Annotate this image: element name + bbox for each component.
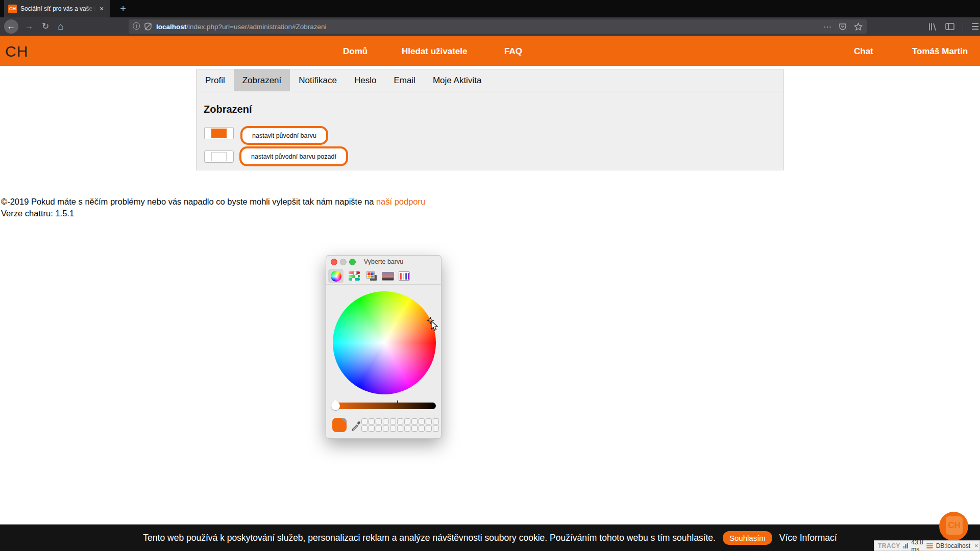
swatch-cell[interactable] (433, 425, 439, 432)
color-swatch-primary (211, 129, 227, 138)
settings-tabs: ProfilZobrazeníNotifikaceHesloEmailMoje … (197, 69, 783, 91)
reset-color-button[interactable]: nastavit původní barvu (240, 126, 328, 145)
color-input-background[interactable] (204, 151, 234, 163)
site-logo[interactable]: CH (5, 43, 28, 60)
swatch-cell[interactable] (404, 425, 410, 432)
nav-item-domu[interactable]: Domů (343, 46, 368, 57)
tab-email[interactable]: Email (385, 69, 424, 91)
tab-heslo[interactable]: Heslo (346, 69, 385, 91)
color-palettes-icon (366, 271, 377, 281)
swatch-cell[interactable] (397, 425, 403, 432)
swatch-cell[interactable] (433, 418, 439, 424)
eyedropper-icon[interactable] (351, 420, 362, 431)
back-button[interactable]: ← (4, 19, 18, 34)
mouse-cursor (430, 320, 439, 332)
reset-background-button[interactable]: nastavit původní barvu pozadí (239, 146, 348, 166)
nav-item-chat[interactable]: Chat (854, 46, 873, 57)
tab-title: Sociální síť pro vás a vaše kama (20, 5, 96, 12)
settings-panel: ProfilZobrazeníNotifikaceHesloEmailMoje … (196, 69, 784, 170)
footer-text: ©-2019 Pokud máte s něčím problémy nebo … (1, 197, 425, 207)
browser-tab[interactable]: CH Sociální síť pro vás a vaše kama × (4, 0, 110, 17)
toolbar-separator (963, 21, 963, 32)
cookie-more-info-link[interactable]: Více Informací (779, 533, 837, 543)
image-palettes-tab[interactable] (380, 269, 396, 283)
swatch-cell[interactable] (383, 418, 389, 424)
color-sliders-icon (349, 271, 360, 281)
brightness-slider[interactable] (333, 403, 436, 409)
chat-widget-button[interactable]: CH (939, 512, 968, 541)
swatch-cell[interactable] (411, 425, 418, 432)
swatch-cell[interactable] (361, 425, 368, 432)
pocket-icon[interactable] (839, 22, 847, 31)
swatch-cell[interactable] (390, 425, 396, 432)
swatch-cell[interactable] (426, 418, 432, 424)
hamburger-menu-icon[interactable]: ☰ (971, 21, 979, 32)
brightness-slider-thumb[interactable] (331, 402, 340, 410)
nav-item-hledat-uzivatele[interactable]: Hledat uživatele (402, 46, 468, 57)
slider-center-tick (397, 400, 398, 404)
swatch-cell[interactable] (419, 418, 425, 424)
image-palettes-icon (382, 272, 394, 281)
swatch-cell[interactable] (369, 418, 375, 424)
browser-tab-bar: CH Sociální síť pro vás a vaše kama × + (0, 0, 980, 17)
swatch-cell[interactable] (361, 418, 368, 424)
new-tab-button[interactable]: + (116, 2, 130, 15)
swatch-cell[interactable] (369, 425, 375, 432)
nav-item-faq[interactable]: FAQ (504, 46, 522, 57)
cookie-accept-button[interactable]: Souhlasím (723, 531, 772, 545)
swatch-cell[interactable] (404, 418, 410, 424)
swatch-cell[interactable] (419, 425, 425, 432)
current-color-swatch[interactable] (332, 418, 347, 432)
database-panel[interactable]: DB:localhost (936, 542, 970, 549)
tab-profil[interactable]: Profil (197, 69, 234, 91)
site-info-icon[interactable]: ⓘ (133, 22, 140, 31)
color-wheel-tab[interactable] (328, 269, 344, 283)
picker-toolbar (326, 268, 441, 285)
color-input-primary[interactable] (204, 127, 234, 139)
load-time[interactable]: 43.8 ms (911, 539, 923, 551)
nav-item-user[interactable]: Tomáš Martin (912, 46, 968, 57)
pencils-tab[interactable] (397, 269, 412, 283)
tab-notifikace[interactable]: Notifikace (290, 69, 346, 91)
url-bar[interactable]: ⓘ localhost/index.php?url=user/administr… (129, 19, 867, 34)
close-tab-icon[interactable]: × (100, 5, 104, 12)
tracy-logo: TRACY (878, 542, 900, 549)
hue-color-wheel[interactable] (333, 291, 436, 394)
tracy-debug-bar[interactable]: TRACY 43.8 ms DB:localhost × (874, 540, 980, 551)
tracy-close-icon[interactable]: × (974, 542, 978, 549)
color-sliders-tab[interactable] (347, 269, 362, 283)
chat-bubble-icon: CH (946, 516, 963, 535)
page-actions-icon[interactable]: ⋯ (823, 22, 831, 32)
divider (326, 415, 441, 415)
tab-zobrazení[interactable]: Zobrazení (234, 69, 290, 91)
performance-bars-icon (903, 543, 909, 548)
dialog-title: Vyberte barvu (326, 258, 441, 265)
swatch-cell[interactable] (411, 418, 418, 424)
favicon-icon: CH (8, 5, 17, 13)
reload-button[interactable]: ↻ (39, 19, 52, 34)
color-palettes-tab[interactable] (364, 269, 379, 283)
tab-moje-aktivita[interactable]: Moje Aktivita (424, 69, 490, 91)
swatch-cell[interactable] (376, 425, 382, 432)
url-text: localhost/index.php?url=user/administrat… (156, 23, 819, 31)
library-icon[interactable] (928, 22, 937, 31)
support-link[interactable]: naší podporu (376, 197, 425, 206)
swatch-cell[interactable] (383, 425, 389, 432)
saved-swatches-grid[interactable] (361, 418, 440, 432)
tracking-protection-icon[interactable] (144, 22, 152, 31)
cookie-consent-bar: Tento web používá k poskytování služeb, … (0, 524, 980, 551)
swatch-cell[interactable] (376, 418, 382, 424)
swatch-cell[interactable] (426, 425, 432, 432)
color-swatch-background (211, 152, 227, 161)
dialog-titlebar[interactable]: Vyberte barvu (326, 256, 441, 268)
color-picker-dialog: Vyberte barvu (326, 255, 442, 439)
section-heading: Zobrazení (204, 104, 252, 115)
swatch-cell[interactable] (397, 418, 403, 424)
forward-button[interactable]: → (22, 19, 36, 34)
swatch-cell[interactable] (390, 418, 396, 424)
home-button[interactable]: ⌂ (54, 19, 67, 34)
sidebar-icon[interactable] (945, 22, 954, 31)
color-wheel-icon (331, 271, 341, 282)
bookmark-star-icon[interactable] (854, 22, 863, 31)
site-navbar (0, 36, 980, 66)
